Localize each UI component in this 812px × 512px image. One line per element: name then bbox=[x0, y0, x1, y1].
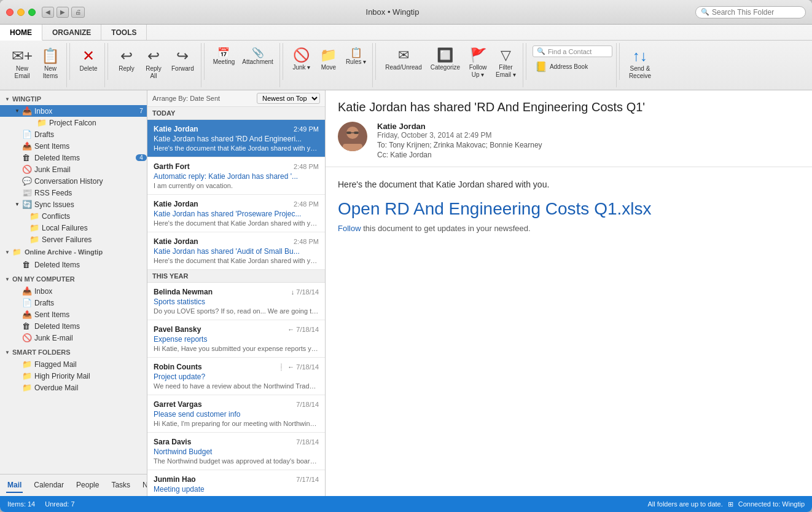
new-email-icon: ✉+ bbox=[12, 47, 33, 65]
hp-label: High Priority Mail bbox=[34, 372, 147, 380]
email-time-e7: 7/18/14 bbox=[296, 363, 319, 371]
delete-button[interactable]: ✕ Delete bbox=[76, 45, 101, 74]
new-email-button[interactable]: ✉+ NewEmail bbox=[9, 45, 36, 82]
nav-tab-tasks[interactable]: Tasks bbox=[110, 478, 131, 493]
nav-tab-people[interactable]: People bbox=[75, 478, 100, 493]
sidebar-section-on-my-computer[interactable]: ▼ ON MY COMPUTER bbox=[0, 273, 147, 285]
move-button[interactable]: 📁 Move bbox=[316, 45, 341, 73]
rules-button[interactable]: 📋 Rules ▾ bbox=[343, 45, 369, 66]
sidebar-item-conversation-history[interactable]: 💬 Conversation History bbox=[0, 175, 147, 187]
follow-link[interactable]: Follow bbox=[338, 224, 361, 233]
sidebar-item-deleted-items[interactable]: 🗑 Deleted Items 4 bbox=[0, 152, 147, 163]
arrange-order-select[interactable]: Newest on Top bbox=[257, 93, 320, 104]
sidebar-item-high-priority[interactable]: 📁 High Priority Mail bbox=[0, 370, 147, 382]
find-contact-icon: 🔍 bbox=[537, 47, 545, 55]
email-header-e9: Sara Davis 7/18/14 bbox=[154, 438, 319, 446]
maximize-button[interactable] bbox=[28, 9, 36, 16]
forward-button[interactable]: ↪ Forward bbox=[168, 45, 197, 74]
project-falcon-label: Project Falcon bbox=[49, 119, 147, 127]
forward-button[interactable]: ▶ bbox=[57, 7, 69, 18]
lj-label: Junk E-mail bbox=[34, 334, 147, 342]
print-button[interactable]: 🖨 bbox=[71, 7, 85, 18]
search-box[interactable]: 🔍 bbox=[695, 6, 806, 18]
send-receive-button[interactable]: ↑↓ Send &Receive bbox=[626, 45, 654, 82]
new-items-button[interactable]: 📋 NewItems bbox=[38, 45, 63, 82]
sync-icon-status: ⊞ bbox=[728, 500, 733, 508]
wingtip-arrow: ▼ bbox=[5, 96, 10, 102]
email-item-e4[interactable]: Katie Jordan 2:48 PM Katie Jordan has sh… bbox=[147, 232, 325, 270]
sidebar-item-server-failures[interactable]: 📁 Server Failures bbox=[0, 234, 147, 245]
email-header-e3: Katie Jordan 2:48 PM bbox=[154, 200, 319, 208]
email-item-e1[interactable]: Katie Jordan 2:49 PM Katie Jordan has sh… bbox=[147, 120, 325, 157]
li-icon: 📥 bbox=[22, 286, 32, 296]
sidebar-item-local-inbox[interactable]: 📥 Inbox bbox=[0, 285, 147, 297]
address-book-button[interactable]: 📒 Address Book bbox=[533, 60, 590, 74]
sidebar-item-junk-email[interactable]: 🚫 Junk Email bbox=[0, 163, 147, 175]
back-button[interactable]: ◀ bbox=[42, 7, 54, 18]
attachment-button[interactable]: 📎 Attachment bbox=[240, 45, 276, 66]
reply-button[interactable]: ↩ Reply bbox=[114, 45, 139, 74]
follow-up-button[interactable]: 🚩 FollowUp ▾ bbox=[466, 45, 490, 81]
email-item-e5[interactable]: Belinda Newman ↓ 7/18/14 Sports statisti… bbox=[147, 283, 325, 320]
sidebar-item-local-drafts[interactable]: 📄 Drafts bbox=[0, 297, 147, 309]
sidebar-item-overdue-mail[interactable]: 📁 Overdue Mail bbox=[0, 382, 147, 393]
open-link[interactable]: RD And Engineering Costs Q1.xlsx bbox=[385, 199, 651, 218]
filter-email-button[interactable]: ▽ FilterEmail ▾ bbox=[493, 45, 519, 81]
email-preview-e7: We need to have a review about the North… bbox=[154, 382, 319, 390]
sidebar-item-flagged-mail[interactable]: 📁 Flagged Mail bbox=[0, 358, 147, 370]
junk-button[interactable]: 🚫 Junk ▾ bbox=[289, 45, 314, 73]
sidebar-item-rss-feeds[interactable]: 📰 RSS Feeds bbox=[0, 187, 147, 199]
sidebar-item-inbox[interactable]: ▼ 📥 Inbox 7 bbox=[0, 105, 147, 117]
email-time-e6: 7/18/14 bbox=[296, 326, 319, 333]
sidebar-item-project-falcon[interactable]: 📁 Project Falcon bbox=[0, 117, 147, 128]
sidebar-item-sent-items[interactable]: 📤 Sent Items bbox=[0, 140, 147, 152]
sidebar-item-local-failures[interactable]: 📁 Local Failures bbox=[0, 222, 147, 234]
email-item-e6[interactable]: Pavel Bansky ← 7/18/14 Expense reports H… bbox=[147, 320, 325, 358]
sidebar-item-local-sent[interactable]: 📤 Sent Items bbox=[0, 309, 147, 320]
search-input[interactable] bbox=[712, 8, 804, 17]
rss-icon: 📰 bbox=[22, 188, 32, 197]
nav-tabs: Mail Calendar People Tasks Notes bbox=[6, 478, 147, 493]
email-item-e9[interactable]: Sara Davis 7/18/14 Northwind Budget The … bbox=[147, 433, 325, 470]
nav-tab-calendar[interactable]: Calendar bbox=[33, 478, 65, 493]
reply-all-button[interactable]: ↩ ReplyAll bbox=[141, 45, 166, 82]
sidebar-item-local-junk[interactable]: 🚫 Junk E-mail bbox=[0, 332, 147, 344]
sender-name: Katie Jordan bbox=[377, 122, 800, 131]
sidebar-section-online-archive[interactable]: ▼ 📁 Online Archive - Wingtip bbox=[0, 245, 147, 259]
move-buttons: 🚫 Junk ▾ 📁 Move 📋 Rules ▾ bbox=[289, 43, 369, 86]
email-item-e7[interactable]: Robin Counts ❕ ← 7/18/14 Project update?… bbox=[147, 358, 325, 395]
sf-label: Server Failures bbox=[42, 235, 147, 244]
close-button[interactable] bbox=[6, 9, 14, 16]
read-unread-button[interactable]: ✉ Read/Unread bbox=[382, 45, 424, 73]
sidebar-item-local-deleted[interactable]: 🗑 Deleted Items bbox=[0, 320, 147, 332]
sidebar-section-wingtip[interactable]: ▼ WINGTIP bbox=[0, 93, 147, 105]
nav-tab-notes[interactable]: Notes bbox=[141, 478, 147, 493]
lf-label: Local Failures bbox=[42, 224, 147, 232]
inbox-arrow: ▼ bbox=[15, 108, 22, 114]
email-item-e3[interactable]: Katie Jordan 2:48 PM Katie Jordan has sh… bbox=[147, 195, 325, 232]
email-item-e8[interactable]: Garret Vargas 7/18/14 Please send custom… bbox=[147, 395, 325, 433]
tab-tools[interactable]: TOOLS bbox=[101, 25, 147, 40]
email-item-e10[interactable]: Junmin Hao 7/17/14 Meeting update We hav… bbox=[147, 470, 325, 496]
tab-organize[interactable]: ORGANIZE bbox=[42, 25, 101, 40]
meeting-button[interactable]: 📅 Meeting bbox=[211, 45, 238, 66]
email-item-e2[interactable]: Garth Fort 2:48 PM Automatic reply: Kati… bbox=[147, 157, 325, 195]
sidebar-item-drafts[interactable]: 📄 Drafts bbox=[0, 128, 147, 140]
follow-up-label: FollowUp ▾ bbox=[469, 64, 487, 79]
conv-label: Conversation History bbox=[34, 177, 147, 186]
minimize-button[interactable] bbox=[17, 9, 25, 16]
rules-label: Rules ▾ bbox=[346, 58, 366, 65]
reply-group: ↩ Reply ↩ ReplyAll ↪ Forward bbox=[111, 43, 201, 87]
sidebar-item-archive-deleted[interactable]: 🗑 Deleted Items bbox=[0, 259, 147, 270]
tab-home[interactable]: HOME bbox=[0, 25, 42, 41]
nav-tab-mail[interactable]: Mail bbox=[6, 478, 23, 493]
sidebar-item-conflicts[interactable]: 📁 Conflicts bbox=[0, 210, 147, 222]
sidebar-item-sync-issues[interactable]: ▼ 🔄 Sync Issues bbox=[0, 199, 147, 210]
email-header-e6: Pavel Bansky ← 7/18/14 bbox=[154, 325, 319, 334]
comp-label: ON MY COMPUTER bbox=[12, 275, 75, 283]
categorize-button[interactable]: 🔲 Categorize bbox=[427, 45, 463, 73]
email-subject-e1: Katie Jordan has shared 'RD And Engineer… bbox=[154, 135, 319, 143]
read-unread-icon: ✉ bbox=[398, 47, 409, 63]
sidebar-section-smart-folders[interactable]: ▼ SMART FOLDERS bbox=[0, 346, 147, 358]
ldel-label: Deleted Items bbox=[34, 322, 147, 331]
